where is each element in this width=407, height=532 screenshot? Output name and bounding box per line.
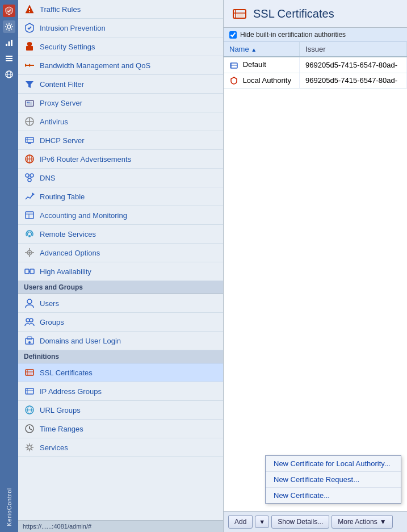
svg-marker-18: [26, 81, 33, 88]
sidebar-label-dhcp: DHCP Server: [40, 136, 85, 145]
svg-point-0: [7, 25, 11, 28]
svg-point-53: [27, 299, 32, 304]
section-header-users-groups: Users and Groups: [18, 281, 223, 294]
url-groups-icon: [24, 404, 35, 416]
svg-line-78: [31, 449, 32, 450]
svg-rect-62: [28, 372, 32, 375]
sidebar-item-ssl-certificates[interactable]: SSL Certificates: [18, 363, 223, 382]
sidebar-label-ipv6: IPv6 Router Advertisements: [40, 155, 131, 164]
proxy-server-icon: [24, 97, 35, 108]
sidebar-item-routing[interactable]: Routing Table: [18, 187, 223, 206]
sidebar: Traffic Rules Intrusion Prevention: [18, 0, 224, 532]
dhcp-icon: [24, 135, 35, 146]
svg-rect-4: [6, 56, 12, 57]
sidebar-item-accounting[interactable]: Accounting and Monitoring: [18, 206, 223, 225]
sidebar-item-time-ranges[interactable]: Time Ranges: [18, 420, 223, 438]
svg-point-21: [27, 102, 28, 103]
sidebar-item-bandwidth[interactable]: Bandwidth Management and QoS: [18, 56, 223, 75]
sidebar-item-intrusion-prevention[interactable]: Intrusion Prevention: [18, 19, 223, 37]
svg-rect-63: [26, 388, 33, 394]
app-name-container: KerioControl: [0, 482, 18, 532]
sidebar-item-url-groups[interactable]: URL Groups: [18, 401, 223, 420]
panel-header: SSL Certificates: [224, 0, 407, 28]
sidebar-label-antivirus: Antivirus: [40, 118, 68, 126]
table-row[interactable]: Local Authority 969205d5-7415-6547-80ad-: [224, 73, 407, 89]
svg-point-45: [28, 252, 31, 254]
sidebar-item-high-availability[interactable]: High Availability: [18, 262, 223, 281]
sidebar-scroll[interactable]: Traffic Rules Intrusion Prevention: [18, 0, 223, 520]
sidebar-item-remote-services[interactable]: Remote Services: [18, 225, 223, 244]
checkbox-bar: Hide built-in certification authorities: [224, 28, 407, 42]
cell-issuer-default: 969205d5-7415-6547-80ad-: [300, 57, 407, 73]
sidebar-item-antivirus[interactable]: Antivirus: [18, 112, 223, 131]
svg-line-37: [27, 177, 30, 178]
context-menu-item-new-cert-request[interactable]: New Certificate Request...: [266, 472, 401, 488]
svg-point-36: [28, 178, 31, 182]
svg-rect-6: [6, 60, 12, 61]
sidebar-item-ipv6[interactable]: IPv6 Router Advertisements: [18, 150, 223, 169]
sidebar-item-users[interactable]: Users: [18, 294, 223, 313]
chart-nav-icon[interactable]: [3, 36, 15, 49]
sidebar-label-routing: Routing Table: [40, 192, 85, 201]
content-filter-icon: [24, 78, 35, 90]
sidebar-item-groups[interactable]: Groups: [18, 313, 223, 332]
sidebar-item-domains[interactable]: Domains and User Login: [18, 332, 223, 350]
sidebar-item-traffic-rules[interactable]: Traffic Rules: [18, 0, 223, 19]
sidebar-item-content-filter[interactable]: Content Filter: [18, 75, 223, 94]
list-nav-icon[interactable]: [3, 52, 15, 65]
sidebar-label-content-filter: Content Filter: [40, 80, 84, 89]
sidebar-item-services[interactable]: Services: [18, 438, 223, 457]
local-authority-icon: [229, 76, 238, 85]
svg-point-54: [26, 319, 30, 322]
routing-icon: [24, 191, 35, 202]
services-icon: [24, 442, 35, 453]
svg-point-72: [28, 446, 31, 449]
sidebar-item-ip-address-groups[interactable]: IP Address Groups: [18, 382, 223, 401]
accounting-icon: [24, 210, 35, 221]
svg-point-35: [30, 174, 33, 177]
add-button[interactable]: Add: [228, 515, 253, 529]
col-header-issuer[interactable]: Issuer: [300, 42, 407, 57]
users-icon: [24, 298, 35, 309]
ssl-certificates-icon: [24, 367, 35, 378]
shield-nav-icon[interactable]: [3, 5, 15, 17]
sidebar-label-services: Services: [40, 443, 68, 452]
sidebar-item-security-settings[interactable]: Security Settings: [18, 37, 223, 56]
sidebar-label-groups: Groups: [40, 318, 64, 326]
add-dropdown-button[interactable]: ▼: [255, 516, 269, 528]
main-content: Traffic Rules Intrusion Prevention: [18, 0, 407, 532]
sidebar-label-users: Users: [40, 299, 59, 308]
table-row[interactable]: Default 969205d5-7415-6547-80ad-: [224, 57, 407, 73]
ip-address-groups-icon: [24, 386, 35, 397]
more-actions-button[interactable]: More Actions ▼: [332, 515, 392, 529]
hide-ca-checkbox[interactable]: [229, 31, 237, 39]
sidebar-item-dhcp[interactable]: DHCP Server: [18, 131, 223, 150]
app-name-label: KerioControl: [6, 482, 12, 532]
groups-icon: [24, 316, 35, 328]
svg-rect-51: [30, 269, 34, 274]
sidebar-item-dns[interactable]: DNS: [18, 169, 223, 187]
context-menu-item-new-certificate[interactable]: New Certificate...: [266, 488, 401, 503]
sidebar-label-remote-services: Remote Services: [40, 230, 96, 238]
sidebar-label-ip-groups: IP Address Groups: [40, 387, 102, 396]
sidebar-label-bandwidth: Bandwidth Management and QoS: [40, 61, 150, 70]
more-actions-arrow-icon: ▼: [380, 518, 387, 526]
vertical-bar: KerioControl: [0, 0, 18, 532]
remote-services-icon: [24, 228, 35, 240]
sidebar-label-intrusion-prevention: Intrusion Prevention: [40, 24, 106, 32]
gear-nav-icon[interactable]: [3, 20, 15, 33]
sidebar-label-ssl: SSL Certificates: [40, 368, 93, 377]
default-cert-icon: [229, 61, 238, 70]
context-menu-item-new-cert-local-authority[interactable]: New Certificate for Local Authority...: [266, 456, 401, 472]
svg-line-80: [27, 449, 28, 450]
svg-rect-29: [28, 143, 31, 144]
svg-rect-50: [25, 269, 29, 274]
time-ranges-icon: [24, 423, 35, 434]
col-header-name[interactable]: Name ▲: [224, 42, 300, 57]
globe-nav-icon[interactable]: [3, 68, 15, 81]
sidebar-label-domains: Domains and User Login: [40, 337, 121, 345]
sidebar-item-proxy-server[interactable]: Proxy Server: [18, 94, 223, 112]
hide-ca-label[interactable]: Hide built-in certification authorities: [240, 31, 346, 39]
sidebar-item-advanced-options[interactable]: Advanced Options: [18, 244, 223, 262]
show-details-button[interactable]: Show Details...: [271, 515, 329, 529]
